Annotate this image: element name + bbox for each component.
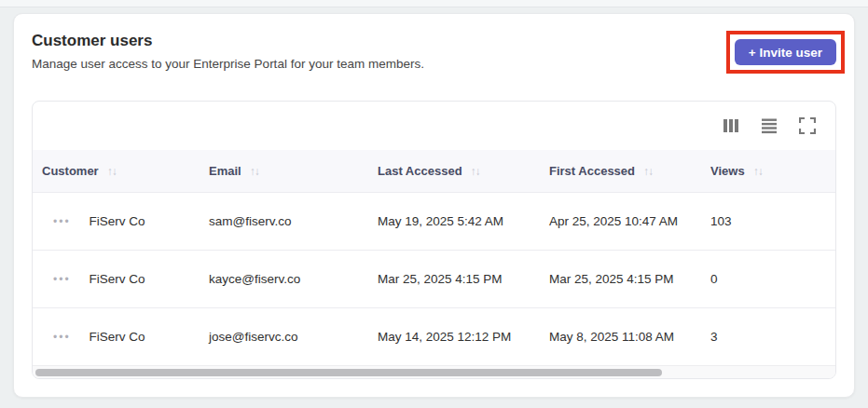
- customer-cell: ••• FiServ Co: [33, 214, 209, 228]
- views-cell: 3: [710, 330, 835, 344]
- customer-users-card: Customer users Manage user access to you…: [13, 13, 855, 398]
- header-text-block: Customer users Manage user access to you…: [32, 30, 424, 74]
- table-toolbar: [33, 102, 835, 150]
- column-header-label: Views: [710, 164, 745, 178]
- page-title: Customer users: [32, 30, 424, 52]
- row-menu-ellipsis-icon[interactable]: •••: [53, 274, 71, 285]
- page-background: { "header": { "title": "Customer users",…: [0, 0, 868, 408]
- table-row: ••• FiServ Co kayce@fiserv.co Mar 25, 20…: [33, 250, 835, 307]
- column-header-label: Email: [209, 164, 241, 178]
- table-row: ••• FiServ Co sam@fiserv.co May 19, 2025…: [33, 192, 835, 250]
- email-cell: kayce@fiserv.co: [209, 272, 378, 286]
- sort-icon[interactable]: ↑↓: [643, 166, 653, 177]
- fullscreen-icon[interactable]: [799, 117, 816, 134]
- column-header-first-accessed[interactable]: First Accessed ↑↓: [549, 164, 710, 178]
- customer-cell: ••• FiServ Co: [33, 330, 209, 344]
- first-accessed-cell: Apr 25, 2025 10:47 AM: [549, 214, 710, 228]
- first-accessed-cell: May 8, 2025 11:08 AM: [549, 330, 710, 344]
- previous-card-edge: [0, 0, 868, 7]
- last-accessed-cell: May 19, 2025 5:42 AM: [378, 214, 549, 228]
- last-accessed-cell: May 14, 2025 12:12 PM: [378, 330, 549, 344]
- columns-icon[interactable]: [723, 117, 739, 134]
- table-header-row: Customer ↑↓ Email ↑↓ Last Accessed ↑↓ Fi…: [33, 150, 835, 192]
- row-menu-ellipsis-icon[interactable]: •••: [53, 216, 71, 227]
- customer-cell: ••• FiServ Co: [33, 272, 209, 286]
- customer-name: FiServ Co: [90, 330, 145, 344]
- page-subtitle: Manage user access to your Enterprise Po…: [32, 55, 424, 74]
- card-header: Customer users Manage user access to you…: [14, 14, 854, 101]
- sort-icon[interactable]: ↑↓: [753, 166, 763, 177]
- first-accessed-cell: Mar 25, 2025 4:15 PM: [549, 272, 710, 286]
- email-cell: jose@fiservc.co: [209, 330, 378, 344]
- sort-icon[interactable]: ↑↓: [250, 166, 259, 177]
- users-table-container: Customer ↑↓ Email ↑↓ Last Accessed ↑↓ Fi…: [32, 101, 836, 379]
- invite-user-button[interactable]: + Invite user: [735, 39, 836, 65]
- column-header-customer[interactable]: Customer ↑↓: [33, 164, 209, 178]
- column-header-label: Customer: [42, 164, 99, 178]
- column-header-label: First Accessed: [549, 164, 635, 178]
- row-menu-ellipsis-icon[interactable]: •••: [53, 332, 71, 343]
- email-cell: sam@fiserv.co: [209, 214, 378, 228]
- last-accessed-cell: Mar 25, 2025 4:15 PM: [378, 272, 549, 286]
- customer-name: FiServ Co: [90, 214, 145, 228]
- column-header-email[interactable]: Email ↑↓: [209, 164, 378, 178]
- row-density-icon[interactable]: [761, 117, 778, 134]
- target-highlight-box: + Invite user: [726, 31, 845, 74]
- column-header-last-accessed[interactable]: Last Accessed ↑↓: [378, 164, 549, 178]
- views-cell: 0: [710, 272, 835, 286]
- horizontal-scrollbar-thumb[interactable]: [35, 369, 662, 376]
- views-cell: 103: [710, 214, 835, 228]
- sort-icon[interactable]: ↑↓: [471, 166, 480, 177]
- sort-icon[interactable]: ↑↓: [107, 166, 117, 177]
- horizontal-scrollbar-track[interactable]: [33, 365, 835, 378]
- column-header-views[interactable]: Views ↑↓: [710, 164, 835, 178]
- column-header-label: Last Accessed: [378, 164, 462, 178]
- table-row: ••• FiServ Co jose@fiservc.co May 14, 20…: [33, 307, 835, 365]
- customer-name: FiServ Co: [90, 272, 145, 286]
